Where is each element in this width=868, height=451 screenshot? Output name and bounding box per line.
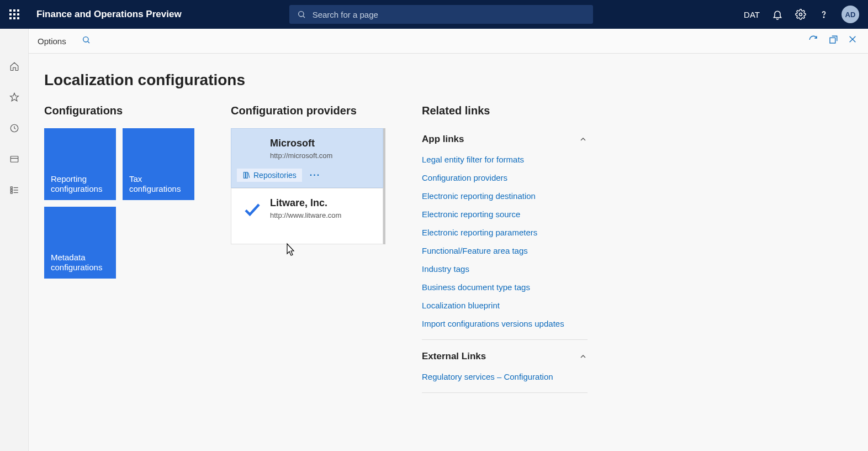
- app-links-header[interactable]: App links: [422, 128, 588, 150]
- svg-rect-17: [10, 190, 12, 191]
- tile-reporting-configurations[interactable]: Reporting configurations: [44, 128, 116, 200]
- providers-heading: Configuration providers: [231, 104, 391, 117]
- user-avatar[interactable]: AD: [841, 6, 859, 23]
- active-check-icon: [242, 200, 262, 219]
- link-er-destination[interactable]: Electronic reporting destination: [422, 187, 588, 205]
- top-header: Finance and Operations Preview Search fo…: [0, 0, 868, 29]
- page-title: Localization configurations: [44, 71, 853, 89]
- svg-rect-22: [244, 172, 245, 179]
- provider-name: Litware, Inc.: [270, 197, 372, 209]
- configurations-section: Configurations Reporting configurations …: [44, 104, 200, 398]
- link-industry-tags[interactable]: Industry tags: [422, 260, 588, 278]
- link-configuration-providers[interactable]: Configuration providers: [422, 169, 588, 187]
- link-feature-tags[interactable]: Functional/Feature area tags: [422, 242, 588, 260]
- link-regulatory-services[interactable]: Regulatory services – Configuration: [422, 368, 588, 386]
- svg-marker-12: [10, 93, 18, 101]
- configurations-heading: Configurations: [44, 104, 200, 117]
- svg-point-2: [800, 13, 802, 16]
- refresh-icon[interactable]: [808, 35, 818, 47]
- svg-rect-23: [246, 172, 247, 179]
- search-placeholder: Search for a page: [313, 10, 378, 19]
- provider-url: http://microsoft.com: [270, 151, 372, 160]
- link-er-source[interactable]: Electronic reporting source: [422, 205, 588, 223]
- provider-name: Microsoft: [270, 138, 372, 149]
- svg-point-3: [823, 17, 824, 17]
- search-input[interactable]: Search for a page: [289, 5, 593, 24]
- more-actions-button[interactable]: ···: [306, 169, 324, 181]
- external-links-group: External Links Regulatory services – Con…: [422, 345, 588, 393]
- link-document-type-tags[interactable]: Business document type tags: [422, 278, 588, 296]
- svg-rect-16: [10, 187, 12, 188]
- main-content: Localization configurations Configuratio…: [29, 54, 868, 451]
- link-import-configurations[interactable]: Import configurations versions updates: [422, 314, 588, 333]
- svg-point-7: [83, 37, 88, 42]
- options-button[interactable]: Options: [38, 36, 66, 46]
- svg-rect-9: [830, 38, 835, 43]
- link-er-parameters[interactable]: Electronic reporting parameters: [422, 223, 588, 242]
- link-legal-entity-filter[interactable]: Legal entity filter for formats: [422, 150, 588, 169]
- toolbar-search-icon[interactable]: [82, 35, 91, 46]
- app-launcher-icon[interactable]: [0, 0, 29, 29]
- svg-rect-14: [10, 156, 18, 162]
- help-icon[interactable]: [818, 9, 829, 20]
- app-title: Finance and Operations Preview: [36, 9, 182, 20]
- provider-card-litware[interactable]: Litware, Inc. http://www.litware.com: [231, 188, 383, 244]
- entity-code[interactable]: DAT: [744, 10, 760, 19]
- repository-icon: [242, 171, 250, 179]
- svg-line-24: [248, 172, 250, 177]
- related-links-section: Related links App links Legal entity fil…: [422, 104, 588, 398]
- tile-tax-configurations[interactable]: Tax configurations: [123, 128, 194, 200]
- workspaces-icon[interactable]: [6, 150, 23, 168]
- toolbar: Options: [29, 29, 868, 54]
- favorites-icon[interactable]: [6, 88, 23, 106]
- recent-icon[interactable]: [6, 119, 23, 137]
- related-links-heading: Related links: [422, 104, 588, 117]
- tile-metadata-configurations[interactable]: Metadata configurations: [44, 207, 116, 279]
- left-rail: [0, 29, 29, 451]
- home-icon[interactable]: [6, 57, 23, 75]
- chevron-up-icon: [579, 352, 588, 361]
- provider-card-microsoft[interactable]: Microsoft http://microsoft.com Repositor…: [231, 128, 383, 188]
- repositories-button[interactable]: Repositories: [237, 169, 302, 182]
- svg-line-8: [88, 41, 89, 43]
- popout-icon[interactable]: [828, 35, 838, 47]
- search-icon: [297, 10, 306, 19]
- close-icon[interactable]: [848, 35, 857, 47]
- provider-url: http://www.litware.com: [270, 211, 372, 219]
- svg-point-0: [298, 12, 303, 17]
- external-links-header[interactable]: External Links: [422, 345, 588, 368]
- link-localization-blueprint[interactable]: Localization blueprint: [422, 296, 588, 314]
- modules-icon[interactable]: [6, 181, 23, 199]
- svg-line-1: [303, 16, 305, 18]
- svg-rect-18: [10, 192, 12, 193]
- settings-icon[interactable]: [795, 9, 806, 20]
- chevron-up-icon: [579, 135, 588, 144]
- providers-section: Configuration providers Microsoft http:/…: [231, 104, 391, 398]
- app-links-group: App links Legal entity filter for format…: [422, 128, 588, 340]
- notifications-icon[interactable]: [772, 9, 783, 20]
